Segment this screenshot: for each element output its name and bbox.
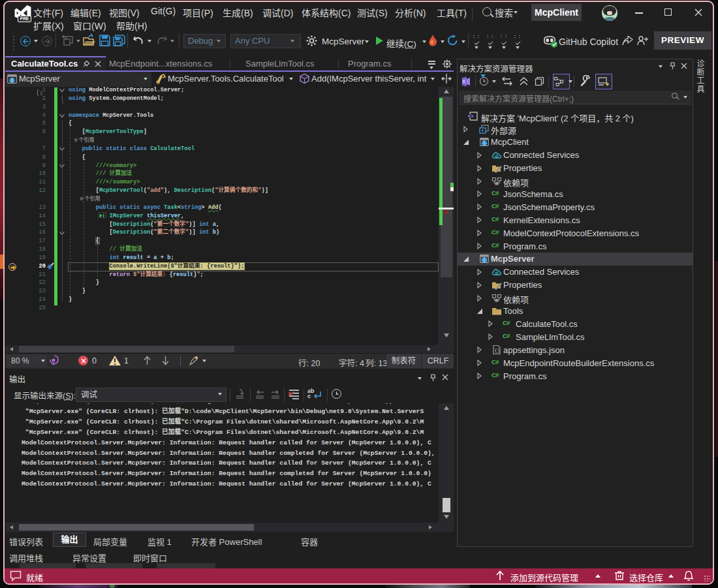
svg-text:{}: {} <box>495 348 500 353</box>
